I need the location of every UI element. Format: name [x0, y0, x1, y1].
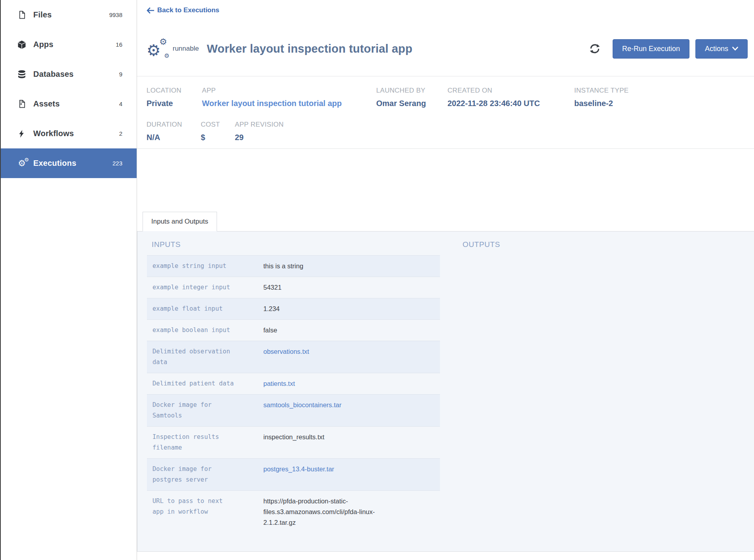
rerun-execution-button[interactable]: Re-Run Execution [613, 39, 689, 59]
meta-launched-by-label: LAUNCHED BY [376, 87, 447, 95]
back-to-executions-link[interactable]: Back to Executions [147, 6, 219, 14]
sidebar-item-apps[interactable]: Apps16 [0, 30, 137, 59]
chevron-down-icon [732, 47, 738, 51]
sidebar-item-count: 2 [119, 130, 122, 137]
input-row: URL to pass to next app in workflowhttps… [147, 490, 440, 533]
input-row: Delimited observation dataobservations.t… [147, 341, 440, 373]
input-row: example float input1.234 [147, 298, 440, 319]
input-row: example string inputthis is a string [147, 255, 440, 277]
meta-app-link[interactable]: Worker layout inspection tutorial app [202, 98, 376, 109]
input-value-file-link[interactable]: postgres_13.4-buster.tar [263, 464, 396, 475]
input-key: example integer input [152, 282, 236, 293]
input-row: example integer input54321 [147, 277, 440, 298]
input-key: URL to pass to next app in workflow [152, 496, 236, 517]
input-value: false [263, 325, 396, 336]
inputs-section: INPUTS example string inputthis is a str… [147, 239, 440, 533]
actions-label: Actions [705, 45, 728, 53]
file-archive-icon [17, 99, 27, 109]
gears-icon: ⚙⚙ [17, 158, 27, 169]
meta-launched-by: LAUNCHED BY Omar Serang [376, 87, 447, 109]
sidebar-item-files[interactable]: Files9938 [0, 0, 137, 30]
back-link-label: Back to Executions [157, 6, 219, 14]
sidebar-item-count: 16 [116, 41, 122, 48]
input-key: example boolean input [152, 325, 236, 336]
sidebar-item-count: 4 [119, 101, 122, 107]
sidebar-item-executions[interactable]: ⚙⚙Executions223 [0, 148, 137, 178]
sidebar-item-label: Databases [33, 70, 74, 79]
bolt-icon [17, 129, 27, 139]
sidebar-item-assets[interactable]: Assets4 [0, 89, 137, 119]
meta-app-revision: APP REVISION 29 [235, 121, 754, 143]
input-key: example string input [152, 261, 236, 271]
metadata-section: LOCATION Private APP Worker layout inspe… [137, 76, 754, 143]
meta-app: APP Worker layout inspection tutorial ap… [202, 87, 376, 109]
inputs-table: example string inputthis is a stringexam… [147, 255, 440, 533]
runnable-badge: runnable [173, 45, 199, 53]
inputs-title: INPUTS [152, 240, 440, 249]
sidebar-item-label: Executions [33, 159, 76, 168]
file-icon [17, 10, 27, 20]
input-row: Delimited patient datapatients.txt [147, 373, 440, 394]
main-content: Back to Executions ⚙⚙⚙ runnable Worker l… [137, 0, 754, 560]
input-row: Docker image for Samtoolssamtools_biocon… [147, 394, 440, 426]
input-value-file-link[interactable]: observations.txt [263, 346, 396, 357]
input-value: 1.234 [263, 304, 396, 314]
rerun-execution-label: Re-Run Execution [622, 45, 680, 53]
meta-cost: COST $ [201, 121, 235, 143]
meta-instance-type-label: INSTANCE TYPE [574, 87, 754, 95]
back-arrow-icon [147, 7, 154, 14]
input-value: this is a string [263, 261, 396, 271]
input-key: Inspection results filename [152, 432, 236, 453]
refresh-icon [589, 43, 601, 55]
meta-instance-type-value: baseline-2 [574, 98, 754, 109]
sidebar-item-label: Assets [33, 99, 60, 108]
refresh-button[interactable] [589, 43, 601, 55]
input-value: https://pfda-production-static-files.s3.… [263, 496, 396, 528]
sidebar-item-label: Apps [33, 40, 53, 49]
input-key: Delimited patient data [152, 378, 236, 389]
outputs-title: OUTPUTS [463, 240, 500, 249]
meta-location-value: Private [147, 98, 202, 109]
cube-icon [17, 40, 27, 50]
outputs-section: OUTPUTS [463, 239, 500, 255]
back-row: Back to Executions [137, 0, 754, 15]
input-row: Docker image for postgres serverpostgres… [147, 458, 440, 490]
meta-location-label: LOCATION [147, 87, 202, 95]
database-icon [17, 69, 27, 80]
sidebar-item-databases[interactable]: Databases9 [0, 59, 137, 89]
sidebar-item-label: Files [33, 10, 52, 19]
metadata-divider [137, 148, 754, 149]
meta-launched-by-link[interactable]: Omar Serang [376, 98, 447, 109]
sidebar-item-count: 9938 [109, 11, 122, 18]
io-panel: INPUTS example string inputthis is a str… [137, 231, 754, 552]
meta-duration-value: N/A [147, 132, 201, 143]
input-key: example float input [152, 304, 236, 314]
input-value-file-link[interactable]: patients.txt [263, 378, 396, 389]
actions-button[interactable]: Actions [695, 39, 748, 59]
input-row: example boolean inputfalse [147, 319, 440, 341]
input-value: inspection_results.txt [263, 432, 396, 442]
meta-app-revision-value: 29 [235, 132, 754, 143]
input-value: 54321 [263, 282, 396, 293]
input-key: Docker image for postgres server [152, 464, 236, 485]
sidebar-item-workflows[interactable]: Workflows2 [0, 119, 137, 148]
title-row: ⚙⚙⚙ runnable Worker layout inspection tu… [147, 38, 748, 60]
input-key: Delimited observation data [152, 346, 236, 368]
sidebar-item-count: 223 [112, 160, 122, 167]
sidebar-item-count: 9 [119, 71, 122, 78]
tab-inputs-and-outputs[interactable]: Inputs and Outputs [143, 212, 217, 232]
page-title: Worker layout inspection tutorial app [207, 42, 412, 55]
input-value-file-link[interactable]: samtools_biocontainers.tar [263, 400, 396, 410]
sidebar-item-label: Workflows [33, 129, 74, 138]
meta-location: LOCATION Private [147, 87, 202, 109]
metadata-row-2: DURATION N/A COST $ APP REVISION 29 [147, 121, 754, 143]
meta-cost-label: COST [201, 121, 235, 129]
input-row: Inspection results filenameinspection_re… [147, 426, 440, 458]
meta-created-on-value: 2022-11-28 23:46:40 UTC [447, 98, 574, 109]
meta-created-on-label: CREATED ON [447, 87, 574, 95]
meta-duration: DURATION N/A [147, 121, 201, 143]
meta-app-revision-label: APP REVISION [235, 121, 754, 129]
input-key: Docker image for Samtools [152, 400, 236, 421]
meta-app-label: APP [202, 87, 376, 95]
meta-duration-label: DURATION [147, 121, 201, 129]
